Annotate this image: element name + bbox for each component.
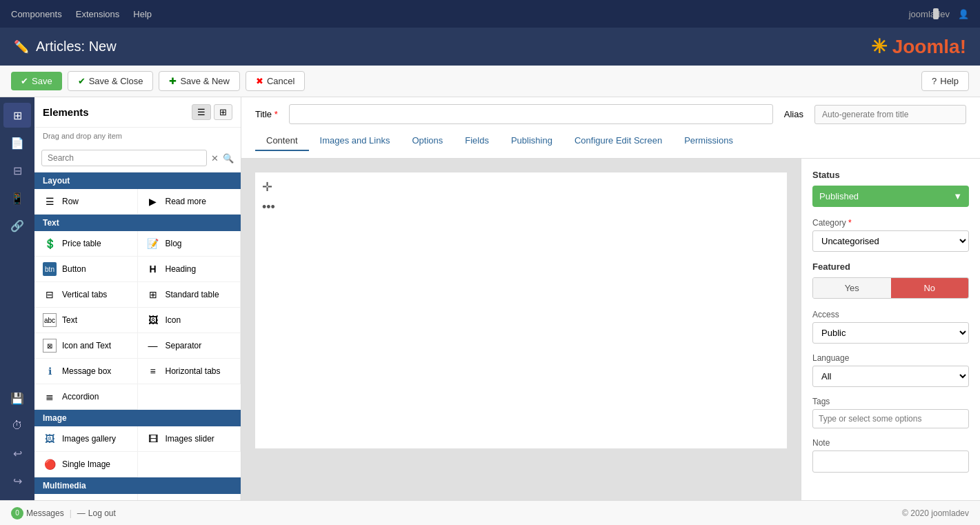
tab-configure[interactable]: Configure Edit Screen [563, 131, 673, 151]
tab-publishing[interactable]: Publishing [500, 131, 563, 151]
message-box-icon: ℹ [43, 364, 57, 378]
element-icon[interactable]: 🖼 Icon [138, 308, 241, 333]
messages-link[interactable]: Messages [26, 508, 64, 518]
category-label: Category * [812, 218, 969, 228]
elements-panel: Elements ☰ ⊞ Drag and drop any item ✕ 🔍 … [34, 97, 241, 500]
element-standard-table[interactable]: ⊞ Standard table [138, 282, 241, 308]
element-read-more[interactable]: ▶ Read more [138, 189, 241, 215]
single-image-icon: 🔴 [43, 457, 57, 471]
sidebar-icon-undo[interactable]: ↩ [3, 441, 31, 466]
featured-no[interactable]: No [891, 278, 969, 298]
sidebar-icon-grid[interactable]: ⊞ [3, 103, 31, 128]
tab-fields[interactable]: Fields [454, 131, 500, 151]
tags-input[interactable] [812, 409, 969, 428]
featured-yes[interactable]: Yes [813, 278, 891, 298]
element-accordion[interactable]: ≣ Accordion [34, 384, 138, 410]
sidebar-icon-mobile[interactable]: 📱 [3, 186, 31, 210]
footer: 0 Messages | — Log out © 2020 joomladev [0, 500, 980, 525]
element-blog[interactable]: 📝 Blog [138, 231, 241, 257]
sidebar-icon-page[interactable]: 📄 [3, 130, 31, 155]
logout-link[interactable]: Log out [88, 508, 116, 518]
element-images-gallery[interactable]: 🖼 Images gallery [34, 426, 138, 452]
element-horizontal-tabs[interactable]: ≡ Horizontal tabs [138, 359, 241, 384]
element-heading[interactable]: H Heading [138, 257, 241, 282]
title-input[interactable] [289, 104, 773, 124]
sidebar-icon-redo[interactable]: ↪ [3, 468, 31, 493]
icon-text-icon: ⊠ [43, 339, 57, 353]
element-text[interactable]: abc Text [34, 308, 138, 333]
vertical-tabs-icon: ⊟ [43, 288, 57, 301]
cancel-button[interactable]: ✖ Cancel [246, 71, 305, 91]
tab-images-links[interactable]: Images and Links [309, 131, 401, 151]
images-gallery-icon: 🖼 [43, 432, 57, 446]
access-label: Access [812, 310, 969, 319]
grid-view-button[interactable]: ⊞ [214, 104, 232, 120]
element-images-slider[interactable]: 🎞 Images slider [138, 426, 241, 452]
note-input[interactable] [812, 450, 969, 473]
editor-canvas[interactable]: ✛ ••• [241, 159, 801, 500]
search-bar: ✕ 🔍 [34, 144, 241, 172]
featured-toggle: Yes No [812, 277, 969, 299]
status-dropdown[interactable]: Published ▼ [812, 186, 969, 207]
language-select[interactable]: All [812, 366, 969, 387]
access-select[interactable]: Public [812, 322, 969, 344]
tabs-bar: Content Images and Links Options Fields … [255, 131, 966, 151]
element-single-image[interactable]: 🔴 Single Image [34, 452, 138, 477]
sidebar-icon-timer[interactable]: ⏱ [3, 413, 31, 438]
read-more-icon: ▶ [146, 195, 160, 208]
sidebar-icon-link[interactable]: 🔗 [3, 213, 31, 238]
nav-components[interactable]: Components [11, 9, 62, 19]
joomla-logo: ✳ Joomla! [871, 35, 966, 58]
move-icon[interactable]: ✛ [262, 179, 275, 195]
section-text: Text [34, 215, 241, 231]
dots-menu-icon[interactable]: ••• [262, 200, 275, 215]
status-label: Status [812, 170, 969, 180]
category-select[interactable]: Uncategorised [812, 230, 969, 252]
main-layout: ⊞ 📄 ⊟ 📱 🔗 💾 ⏱ ↩ ↪ Elements ☰ ⊞ Drag and … [0, 97, 980, 500]
element-video-player[interactable]: ▶ Video player [34, 494, 138, 500]
save-new-button[interactable]: ✚ Save & New [159, 71, 240, 91]
note-label: Note [812, 438, 969, 448]
element-audio-player[interactable]: 🔊 Audio player [138, 494, 241, 500]
save-close-icon: ✔ [78, 76, 86, 86]
title-label: Title * [255, 109, 278, 119]
nav-help[interactable]: Help [133, 9, 152, 19]
element-price-table[interactable]: 💲 Price table [34, 231, 138, 257]
text-icon: abc [43, 313, 57, 327]
search-icon[interactable]: 🔍 [223, 153, 234, 164]
heading-icon: H [146, 262, 160, 276]
alias-input[interactable] [814, 105, 966, 124]
save-close-button[interactable]: ✔ Save & Close [68, 71, 154, 91]
element-row[interactable]: ☰ Row [34, 189, 138, 215]
elements-header: Elements ☰ ⊞ [34, 97, 241, 128]
cancel-icon: ✖ [256, 76, 263, 86]
tab-content[interactable]: Content [255, 131, 309, 151]
toolbar: ✔ Save ✔ Save & Close ✚ Save & New ✖ Can… [0, 66, 980, 97]
save-button[interactable]: ✔ Save [11, 72, 62, 90]
element-message-box-label: Message box [62, 366, 111, 376]
element-button[interactable]: btn Button [34, 257, 138, 282]
nav-extensions[interactable]: Extensions [76, 9, 120, 19]
element-message-box[interactable]: ℹ Message box [34, 359, 138, 384]
element-icon-text[interactable]: ⊠ Icon and Text [34, 333, 138, 359]
tags-label: Tags [812, 397, 969, 406]
help-button[interactable]: ? Help [921, 71, 969, 91]
element-vertical-tabs[interactable]: ⊟ Vertical tabs [34, 282, 138, 308]
element-row-label: Row [62, 197, 79, 206]
sidebar-icon-menu[interactable]: ⊟ [3, 158, 31, 183]
user-icon: 👤 [958, 9, 969, 19]
copyright: © 2020 joomladev [902, 508, 969, 518]
element-separator[interactable]: — Separator [138, 333, 241, 359]
tab-permissions[interactable]: Permissions [673, 131, 744, 151]
element-read-more-label: Read more [166, 197, 206, 206]
editor-area: ✛ ••• Status Published ▼ Category [241, 159, 980, 500]
tab-options[interactable]: Options [401, 131, 454, 151]
list-view-button[interactable]: ☰ [192, 104, 211, 120]
clear-icon[interactable]: ✕ [211, 153, 219, 164]
search-input[interactable] [41, 150, 207, 166]
right-panel: Status Published ▼ Category * Uncategori… [801, 159, 980, 500]
messages-badge: 0 [11, 507, 23, 519]
section-multimedia: Multimedia [34, 477, 241, 494]
sidebar-icon-save[interactable]: 💾 [3, 386, 31, 410]
images-slider-icon: 🎞 [146, 432, 160, 446]
